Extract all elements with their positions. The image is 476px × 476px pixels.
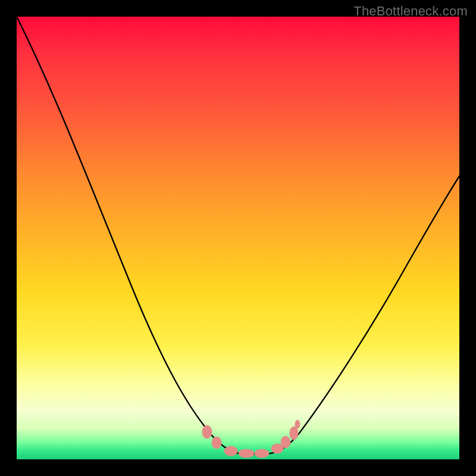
valley-marker <box>212 437 221 449</box>
watermark-text: TheBottleneck.com <box>353 4 468 19</box>
chart-stage: TheBottleneck.com <box>0 0 476 476</box>
bottleneck-curve-path <box>17 17 459 454</box>
valley-marker <box>281 436 290 448</box>
valley-marker <box>202 425 212 439</box>
valley-marker <box>290 427 298 440</box>
valley-markers-group <box>202 420 300 458</box>
valley-marker <box>239 449 254 458</box>
valley-marker <box>295 420 300 428</box>
valley-marker <box>255 449 269 458</box>
plot-area <box>17 17 459 459</box>
line-chart-svg <box>17 17 459 459</box>
valley-marker <box>224 446 237 456</box>
